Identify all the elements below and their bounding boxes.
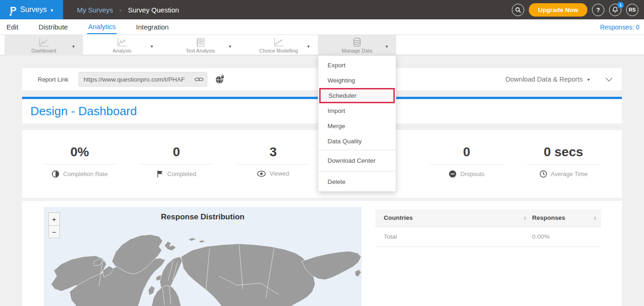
stat-label: Dropouts <box>460 171 485 177</box>
search-button[interactable] <box>512 4 524 16</box>
menu-item-data-quality[interactable]: Data Quality <box>318 134 396 149</box>
sort-icon[interactable]: ▲▼ <box>594 216 597 220</box>
stat-dropouts: 0 Dropouts <box>418 145 515 198</box>
toolbar-analysis-label: Analysis <box>113 48 132 53</box>
questionpro-logo-icon: P <box>10 5 17 15</box>
stat-divider <box>140 164 213 165</box>
stat-label: Average Time <box>551 171 588 177</box>
stat-average-time: 0 secs Average Time <box>515 145 612 198</box>
eye-icon <box>257 171 266 177</box>
distribution-section: + − Response Distribution Countries ▲▼ R… <box>22 201 622 306</box>
analysis-chart-icon <box>116 37 128 47</box>
chevron-down-icon[interactable]: ▾ <box>72 44 75 49</box>
chevron-down-icon[interactable]: ▾ <box>229 44 231 49</box>
manage-data-dropdown-menu: Export Weighting Scheduler Import Merge … <box>318 55 396 192</box>
column-header-countries: Countries <box>384 214 413 221</box>
chevron-down-icon[interactable]: ▾ <box>307 44 310 49</box>
toolbar-dashboard-label: Dashboard <box>31 48 56 53</box>
menu-item-import[interactable]: Import <box>318 103 396 118</box>
chevron-down-icon <box>605 77 613 82</box>
analytics-toolbar: Dashboard ▾ Analysis ▾ <box>0 35 644 55</box>
stat-viewed: 3 Viewed <box>225 145 322 198</box>
collapse-bar-button[interactable] <box>605 77 613 82</box>
tab-analytics[interactable]: Analytics <box>87 20 117 34</box>
toolbar-manage-data-label: Manage Data <box>342 48 372 53</box>
avatar[interactable]: RS <box>626 4 638 16</box>
bell-icon <box>612 6 618 13</box>
tab-edit[interactable]: Edit <box>6 20 19 34</box>
column-header-responses: Responses <box>532 214 565 221</box>
countries-table: Countries ▲▼ Responses ▲▼ Total 0.00% <box>375 209 601 247</box>
menu-item-weighting[interactable]: Weighting <box>318 73 396 88</box>
stat-divider <box>43 164 117 165</box>
surveys-product-menu[interactable]: P Surveys ▾ <box>0 0 63 19</box>
menu-item-download-center[interactable]: Download Center <box>318 151 396 170</box>
map-title: Response Distribution <box>44 207 362 222</box>
report-link-input[interactable] <box>78 72 207 87</box>
search-icon <box>515 7 521 13</box>
avatar-initials: RS <box>629 7 636 12</box>
breadcrumb: My Surveys › Survey Question <box>77 6 179 14</box>
tab-integration[interactable]: Integration <box>135 20 170 34</box>
stat-value: 3 <box>269 145 277 159</box>
completion-rate-icon <box>52 170 59 178</box>
stat-divider <box>430 164 503 165</box>
menu-divider <box>318 171 396 171</box>
clock-icon <box>539 170 547 178</box>
map-zoom-out-button[interactable]: − <box>48 225 60 238</box>
text-document-icon <box>195 37 205 47</box>
map-zoom-controls: + − <box>48 212 60 238</box>
table-header-row: Countries ▲▼ Responses ▲▼ <box>375 209 601 227</box>
toolbar-choice-modelling-button[interactable]: Choice Modelling ▾ <box>240 35 318 55</box>
chevron-down-icon[interactable]: ▾ <box>386 44 388 49</box>
breadcrumb-current: Survey Question <box>128 6 179 14</box>
toolbar-analysis-button[interactable]: Analysis ▾ <box>83 35 161 55</box>
world-map[interactable] <box>44 207 362 306</box>
notification-badge: 1 <box>617 2 624 8</box>
map-zoom-in-button[interactable]: + <box>48 212 60 225</box>
tab-distribute[interactable]: Distribute <box>38 20 69 34</box>
menu-item-export[interactable]: Export <box>318 56 396 73</box>
product-name: Surveys <box>20 6 47 14</box>
response-distribution-map[interactable]: + − Response Distribution <box>44 207 362 306</box>
toolbar-text-analysis-label: Text Analysis <box>186 48 215 53</box>
menu-divider <box>318 150 396 150</box>
stat-value: 0 <box>463 145 470 159</box>
link-icon[interactable] <box>194 75 204 83</box>
download-data-reports-dropdown[interactable]: Download Data & Reports ▾ <box>505 76 590 83</box>
sort-icon[interactable]: ▲▼ <box>524 216 527 220</box>
stat-divider <box>236 164 310 165</box>
breadcrumb-separator-icon: › <box>119 6 121 13</box>
globe-lock-icon[interactable] <box>215 74 226 84</box>
header-actions: Upgrade Now ? 1 RS <box>512 0 638 19</box>
chevron-down-icon: ▾ <box>587 77 590 82</box>
stat-completion-rate: 0% Completion Rate <box>31 145 128 198</box>
stat-value: 0% <box>70 145 89 159</box>
chevron-down-icon[interactable]: ▾ <box>151 44 153 49</box>
stat-label: Completed <box>167 171 196 177</box>
upgrade-now-button[interactable]: Upgrade Now <box>529 3 587 17</box>
toolbar-dashboard-button[interactable]: Dashboard ▾ <box>5 35 83 55</box>
toolbar-choice-modelling-label: Choice Modelling <box>259 48 298 53</box>
stat-value: 0 secs <box>544 145 583 159</box>
total-cell: Total <box>384 233 532 240</box>
choice-modelling-icon <box>273 37 285 47</box>
top-header: P Surveys ▾ My Surveys › Survey Question… <box>0 0 644 19</box>
menu-item-delete[interactable]: Delete <box>318 172 396 191</box>
menu-item-scheduler[interactable]: Scheduler <box>319 88 395 103</box>
report-link-label: Report Link <box>38 76 68 83</box>
stat-label: Viewed <box>269 170 289 177</box>
section-tabs: Edit Distribute Analytics Integration Re… <box>0 19 644 35</box>
toolbar-manage-data-button[interactable]: Manage Data ▾ <box>318 35 396 55</box>
help-button[interactable]: ? <box>592 4 604 16</box>
toolbar-text-analysis-button[interactable]: Text Analysis ▾ <box>161 35 240 55</box>
notifications-button[interactable]: 1 <box>609 4 621 16</box>
download-data-reports-label: Download Data & Reports <box>505 76 583 83</box>
menu-item-merge[interactable]: Merge <box>318 118 396 134</box>
question-mark-icon: ? <box>597 6 600 13</box>
table-row: Total 0.00% <box>375 227 601 247</box>
minus-circle-icon <box>449 170 457 178</box>
chevron-down-icon: ▾ <box>51 7 53 13</box>
flag-icon <box>157 170 164 178</box>
breadcrumb-my-surveys[interactable]: My Surveys <box>77 6 113 14</box>
